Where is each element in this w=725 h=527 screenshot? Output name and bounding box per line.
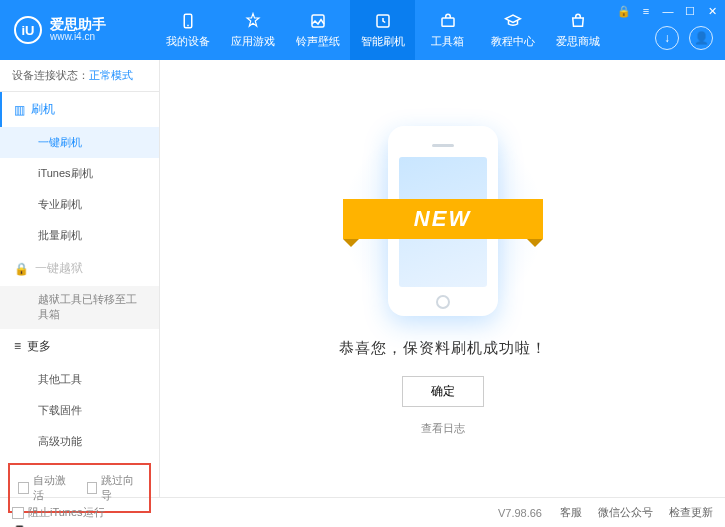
app-title: 爱思助手	[50, 17, 106, 31]
flash-icon	[373, 11, 393, 31]
maximize-icon[interactable]: ☐	[683, 4, 697, 18]
lock-icon[interactable]: 🔒	[617, 4, 631, 18]
nav-ringtone-wallpaper[interactable]: 铃声壁纸	[285, 0, 350, 60]
sidebar-item-batch-flash[interactable]: 批量刷机	[0, 220, 159, 251]
device-icon	[178, 11, 198, 31]
nav-toolbox[interactable]: 工具箱	[415, 0, 480, 60]
checkbox-icon	[87, 482, 98, 494]
nav-smart-flash[interactable]: 智能刷机	[350, 0, 415, 60]
flash-section-icon: ▥	[14, 103, 25, 117]
view-log-link[interactable]: 查看日志	[421, 421, 465, 436]
sidebar-jailbreak-note: 越狱工具已转移至工具箱	[0, 286, 159, 329]
sidebar-item-oneclick-flash[interactable]: 一键刷机	[0, 127, 159, 158]
checkbox-skip-guide[interactable]: 跳过向导	[87, 473, 142, 503]
sidebar-section-more[interactable]: ≡ 更多	[0, 329, 159, 364]
toolbox-icon	[438, 11, 458, 31]
sidebar-section-flash[interactable]: ▥ 刷机	[0, 92, 159, 127]
minimize-icon[interactable]: —	[661, 4, 675, 18]
user-button[interactable]: 👤	[689, 26, 713, 50]
tutorial-icon	[503, 11, 523, 31]
footer-link-support[interactable]: 客服	[560, 505, 582, 520]
sidebar-section-jailbreak[interactable]: 🔒 一键越狱	[0, 251, 159, 286]
success-message: 恭喜您，保资料刷机成功啦！	[339, 339, 547, 358]
lock-icon: 🔒	[14, 262, 29, 276]
nav-tutorials[interactable]: 教程中心	[480, 0, 545, 60]
checkbox-block-itunes[interactable]: 阻止iTunes运行	[12, 505, 105, 520]
store-icon	[568, 11, 588, 31]
sidebar-item-itunes-flash[interactable]: iTunes刷机	[0, 158, 159, 189]
version-label: V7.98.66	[498, 507, 542, 519]
close-icon[interactable]: ✕	[705, 4, 719, 18]
new-ribbon: NEW	[343, 199, 543, 239]
logo-icon: iU	[14, 16, 42, 44]
footer-link-wechat[interactable]: 微信公众号	[598, 505, 653, 520]
menu-icon[interactable]: ≡	[639, 4, 653, 18]
nav-store[interactable]: 爱思商城	[545, 0, 610, 60]
nav-apps-games[interactable]: 应用游戏	[220, 0, 285, 60]
download-button[interactable]: ↓	[655, 26, 679, 50]
success-illustration: NEW	[353, 121, 533, 321]
connection-status: 设备连接状态：正常模式	[0, 60, 159, 92]
sidebar-item-download-firmware[interactable]: 下载固件	[0, 395, 159, 426]
device-info: 📱 iPhone 15 Pro Max 512GB iPhone	[0, 519, 159, 527]
logo-area: iU 爱思助手 www.i4.cn	[0, 16, 155, 44]
footer-link-update[interactable]: 检查更新	[669, 505, 713, 520]
window-controls: 🔒 ≡ — ☐ ✕	[617, 4, 719, 18]
sidebar-item-pro-flash[interactable]: 专业刷机	[0, 189, 159, 220]
sidebar: 设备连接状态：正常模式 ▥ 刷机 一键刷机 iTunes刷机 专业刷机 批量刷机…	[0, 60, 160, 497]
checkbox-icon	[18, 482, 29, 494]
checkbox-icon	[12, 507, 24, 519]
svg-rect-4	[442, 18, 454, 26]
sidebar-item-advanced[interactable]: 高级功能	[0, 426, 159, 457]
apps-icon	[243, 11, 263, 31]
main-content: NEW 恭喜您，保资料刷机成功啦！ 确定 查看日志	[160, 60, 725, 497]
app-url: www.i4.cn	[50, 31, 106, 43]
sidebar-item-other-tools[interactable]: 其他工具	[0, 364, 159, 395]
checkbox-auto-activate[interactable]: 自动激活	[18, 473, 73, 503]
wallpaper-icon	[308, 11, 328, 31]
more-section-icon: ≡	[14, 339, 21, 353]
ok-button[interactable]: 确定	[402, 376, 484, 407]
nav-my-device[interactable]: 我的设备	[155, 0, 220, 60]
app-header: iU 爱思助手 www.i4.cn 我的设备 应用游戏 铃声壁纸 智能刷机 工具…	[0, 0, 725, 60]
